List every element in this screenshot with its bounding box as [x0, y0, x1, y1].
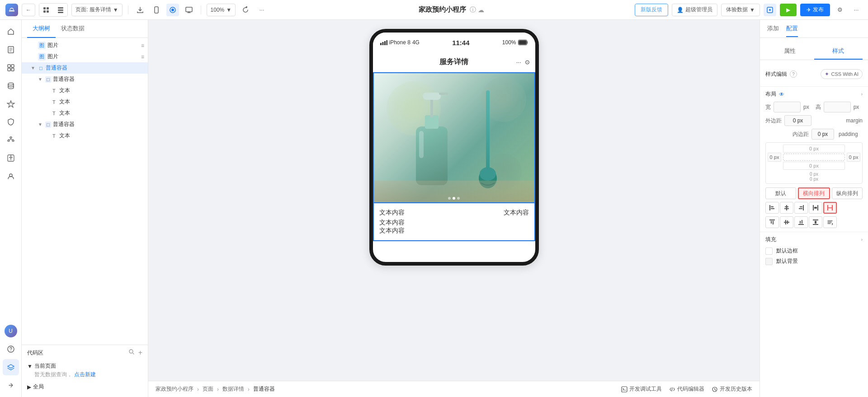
sidebar-plugin[interactable] — [3, 150, 19, 166]
tree-item-text2[interactable]: T 文本 — [22, 96, 148, 107]
sidebar-users[interactable] — [3, 168, 19, 184]
breadcrumb-app[interactable]: 家政预约小程序 — [156, 385, 193, 393]
experience-data-button[interactable]: 体验数据 ▼ — [721, 4, 760, 16]
svg-rect-0 — [43, 7, 46, 9]
view-grid-button[interactable] — [39, 4, 53, 16]
align-left-btn[interactable] — [765, 202, 779, 214]
layout-default-btn[interactable]: 默认 — [765, 187, 796, 199]
feedback-button[interactable]: 新版反馈 — [635, 4, 668, 16]
align-buttons-1 — [765, 202, 863, 214]
code-add-button[interactable]: + — [138, 349, 142, 357]
dot2 — [453, 197, 455, 200]
sidebar-hierarchy[interactable] — [3, 132, 19, 148]
size-row: 宽 px 高 px — [765, 102, 863, 112]
layout-mode-buttons: 默认 横向排列 纵向排列 — [765, 187, 863, 199]
text-left-1: 文本内容 — [379, 209, 405, 217]
info-icon[interactable]: ⓘ — [470, 6, 476, 14]
svg-rect-60 — [773, 221, 774, 224]
code-editor-button[interactable]: 代码编辑器 — [669, 385, 704, 393]
sidebar-security[interactable] — [3, 114, 19, 130]
width-label: 宽 — [765, 103, 771, 111]
sidebar-home[interactable] — [3, 23, 19, 40]
svg-rect-67 — [813, 220, 818, 220]
padding-input[interactable]: 0 px — [811, 129, 834, 140]
align-spread-btn[interactable] — [823, 202, 837, 214]
right-tab-config[interactable]: 配置 — [786, 21, 798, 37]
super-admin-button[interactable]: 👤 超级管理员 — [672, 4, 717, 16]
top-toolbar: ← 页面: 服务详情 ▼ 100% ▼ ··· 家政预约小程序 ⓘ — [0, 0, 868, 20]
style-help-icon[interactable]: ? — [790, 70, 797, 78]
active-view-button[interactable] — [166, 4, 179, 16]
props-tab-style[interactable]: 样式 — [814, 43, 863, 60]
tree-item-container3[interactable]: ▼ □ 普通容器 — [22, 119, 148, 130]
page-selector[interactable]: 页面: 服务详情 ▼ — [71, 4, 123, 16]
desktop-view-button[interactable] — [183, 4, 195, 16]
layout-arrow[interactable]: › — [861, 92, 863, 97]
more-button[interactable]: ··· — [850, 4, 863, 16]
props-tab-attr[interactable]: 属性 — [765, 43, 814, 60]
tree-item-text1[interactable]: T 文本 — [22, 85, 148, 96]
sidebar-layers-active[interactable] — [3, 359, 19, 375]
fill-arrow[interactable]: › — [861, 237, 863, 242]
tree-item-img1[interactable]: 图 图片 ≡ — [22, 40, 148, 51]
settings-button[interactable]: ⚙ — [834, 4, 846, 16]
refresh-button[interactable] — [239, 4, 252, 16]
sidebar-user-avatar[interactable]: U — [3, 323, 19, 339]
layout-vertical-btn[interactable]: 纵向排列 — [832, 187, 863, 199]
sidebar-expand[interactable] — [3, 377, 19, 393]
fill-item-bg[interactable]: 默认背景 — [765, 257, 863, 265]
align-space-between-btn[interactable] — [809, 202, 822, 214]
align-text-btn[interactable] — [823, 216, 837, 228]
css-ai-button[interactable]: ✦ CSS With AI — [821, 69, 863, 79]
fill-section: 填充 › 默认边框 默认背景 — [760, 236, 868, 265]
height-px-label: px — [854, 104, 859, 110]
run-button[interactable]: ▶ — [780, 4, 797, 16]
back-button[interactable]: ← — [22, 4, 35, 16]
padding-left-value[interactable]: 0 px — [768, 153, 781, 162]
padding-top-value[interactable]: 0 px — [783, 145, 845, 153]
tree-item-container1[interactable]: ▼ □ 普通容器 — [22, 62, 148, 74]
align-top-btn[interactable] — [765, 216, 779, 228]
margin-input[interactable]: 0 px — [784, 115, 811, 126]
padding-right-value[interactable]: 0 px — [847, 153, 860, 162]
publish-button[interactable]: ✈ 发布 — [800, 4, 830, 16]
history-button[interactable]: 开发历史版本 — [712, 385, 752, 393]
more-tools-button[interactable]: ··· — [255, 4, 268, 16]
layout-visibility-icon[interactable]: 👁 — [779, 91, 784, 98]
align-space-v-btn[interactable] — [809, 216, 822, 228]
width-input[interactable] — [774, 102, 801, 112]
collapse-arrow3: ▼ — [38, 122, 43, 127]
global-title[interactable]: ▶ 全局 — [27, 382, 142, 392]
fill-item-border[interactable]: 默认边框 — [765, 247, 863, 255]
tree-item-text4[interactable]: T 文本 — [22, 130, 148, 141]
export-button[interactable] — [134, 4, 146, 16]
sidebar-events[interactable] — [3, 96, 19, 112]
current-page-title[interactable]: ▼ 当前页面 — [27, 361, 142, 371]
sidebar-components[interactable] — [3, 60, 19, 76]
view-list-button[interactable] — [54, 4, 67, 16]
tab-outline[interactable]: 大纲树 — [27, 20, 56, 38]
phone-view-button[interactable] — [150, 4, 163, 16]
align-center-h-btn[interactable] — [780, 202, 793, 214]
zoom-selector[interactable]: 100% ▼ — [207, 4, 236, 16]
dev-tools-button[interactable]: 开发调试工具 — [621, 385, 662, 393]
tree-item-container2[interactable]: ▼ □ 普通容器 — [22, 74, 148, 85]
height-input[interactable] — [824, 102, 851, 112]
tree-item-text3[interactable]: T 文本 — [22, 107, 148, 119]
sidebar-pages[interactable] — [3, 42, 19, 58]
tab-state[interactable]: 状态数据 — [56, 20, 90, 38]
preview-icon-button[interactable] — [764, 4, 776, 16]
align-middle-v-btn[interactable] — [780, 216, 793, 228]
padding-bottom-value[interactable]: 0 px — [783, 162, 845, 170]
align-right-btn[interactable] — [794, 202, 808, 214]
sidebar-help[interactable] — [3, 341, 19, 357]
tree-item-img2[interactable]: 图 图片 ≡ — [22, 51, 148, 62]
breadcrumb-data-detail[interactable]: 数据详情 — [222, 385, 244, 393]
right-tab-add[interactable]: 添加 — [767, 21, 779, 37]
sidebar-data[interactable] — [3, 78, 19, 94]
code-search-button[interactable] — [128, 349, 135, 357]
breadcrumb-pages[interactable]: 页面 — [203, 385, 213, 393]
layout-horizontal-btn[interactable]: 横向排列 — [798, 187, 830, 199]
create-link[interactable]: 点击新建 — [74, 371, 96, 378]
align-bottom-btn[interactable] — [794, 216, 808, 228]
